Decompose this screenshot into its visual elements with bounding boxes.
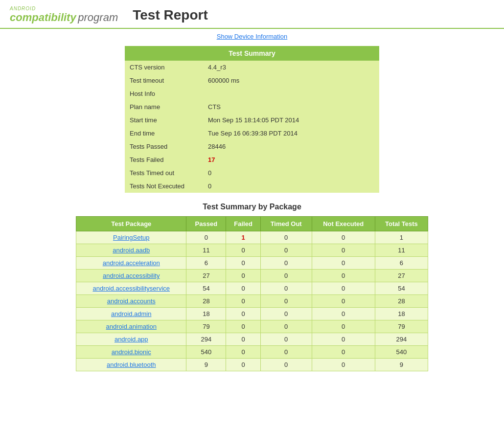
- pkg-not-executed: 0: [312, 231, 375, 244]
- summary-label: CTS version: [125, 61, 203, 74]
- pkg-name[interactable]: android.app: [76, 333, 186, 346]
- summary-row: Tests Timed out0: [125, 166, 379, 180]
- pkg-passed: 11: [186, 244, 226, 257]
- summary-heading: Test Summary: [125, 46, 379, 61]
- pkg-failed: 0: [226, 295, 261, 308]
- pkg-row: android.bionic540000540: [76, 346, 428, 359]
- summary-row: End timeTue Sep 16 06:39:38 PDT 2014: [125, 127, 379, 140]
- pkg-not-executed: 0: [312, 333, 375, 346]
- summary-row: Test timeout600000 ms: [125, 74, 379, 87]
- pkg-passed: 6: [186, 257, 226, 270]
- pkg-total: 79: [375, 320, 428, 333]
- android-label: android: [10, 6, 118, 11]
- pkg-failed: 0: [226, 320, 261, 333]
- pkg-col-header: Test Package: [76, 217, 186, 231]
- pkg-total: 6: [375, 257, 428, 270]
- pkg-total: 54: [375, 282, 428, 295]
- pkg-total: 9: [375, 359, 428, 371]
- summary-row: Plan nameCTS: [125, 100, 379, 113]
- summary-value: CTS: [203, 100, 379, 113]
- pkg-name[interactable]: android.acceleration: [76, 257, 186, 270]
- pkg-timed-out: 0: [260, 282, 312, 295]
- pkg-timed-out: 0: [260, 320, 312, 333]
- summary-value: [203, 87, 379, 100]
- logo-compat: compatibility: [10, 11, 76, 23]
- summary-row: Tests Not Executed0: [125, 180, 379, 193]
- summary-row: Host Info: [125, 87, 379, 100]
- pkg-passed: 28: [186, 295, 226, 308]
- logo-area: android compatibility program: [10, 6, 118, 24]
- pkg-name[interactable]: android.accessibility: [76, 270, 186, 282]
- pkg-row: PairingSetup01001: [76, 231, 428, 244]
- pkg-not-executed: 0: [312, 282, 375, 295]
- pkg-total: 28: [375, 295, 428, 308]
- pkg-row: android.acceleration60006: [76, 257, 428, 270]
- pkg-not-executed: 0: [312, 308, 375, 320]
- pkg-passed: 18: [186, 308, 226, 320]
- pkg-timed-out: 0: [260, 270, 312, 282]
- summary-label: Tests Passed: [125, 140, 203, 153]
- pkg-failed: 0: [226, 270, 261, 282]
- summary-label: Host Info: [125, 87, 203, 100]
- pkg-total: 540: [375, 346, 428, 359]
- pkg-failed: 0: [226, 359, 261, 371]
- pkg-col-header: Failed: [226, 217, 261, 231]
- pkg-name[interactable]: android.admin: [76, 308, 186, 320]
- pkg-total: 1: [375, 231, 428, 244]
- summary-value: 0: [203, 166, 379, 180]
- pkg-failed: 1: [226, 231, 261, 244]
- page-header: android compatibility program Test Repor…: [0, 0, 504, 29]
- pkg-name[interactable]: android.accounts: [76, 295, 186, 308]
- pkg-timed-out: 0: [260, 244, 312, 257]
- pkg-not-executed: 0: [312, 257, 375, 270]
- pkg-row: android.accessibility2700027: [76, 270, 428, 282]
- summary-table: Test SummaryCTS version4.4_r3Test timeou…: [125, 46, 379, 193]
- pkg-row: android.accessibilityservice5400054: [76, 282, 428, 295]
- pkg-passed: 294: [186, 333, 226, 346]
- pkg-row: android.bluetooth90009: [76, 359, 428, 371]
- pkg-total: 27: [375, 270, 428, 282]
- pkg-summary-table: Test PackagePassedFailedTimed OutNot Exe…: [76, 216, 428, 371]
- summary-container: Test SummaryCTS version4.4_r3Test timeou…: [125, 46, 379, 193]
- device-info-row: Show Device Information: [0, 29, 504, 46]
- pkg-timed-out: 0: [260, 308, 312, 320]
- pkg-name[interactable]: PairingSetup: [76, 231, 186, 244]
- summary-label: Tests Timed out: [125, 166, 203, 180]
- pkg-failed: 0: [226, 333, 261, 346]
- pkg-passed: 79: [186, 320, 226, 333]
- page-title: Test Report: [133, 7, 208, 23]
- pkg-name[interactable]: android.accessibilityservice: [76, 282, 186, 295]
- device-info-link[interactable]: Show Device Information: [217, 33, 288, 40]
- pkg-summary-container: Test PackagePassedFailedTimed OutNot Exe…: [76, 216, 428, 371]
- pkg-row: android.accounts2800028: [76, 295, 428, 308]
- summary-value: 4.4_r3: [203, 61, 379, 74]
- pkg-timed-out: 0: [260, 257, 312, 270]
- pkg-passed: 27: [186, 270, 226, 282]
- pkg-col-header: Total Tests: [375, 217, 428, 231]
- summary-label: Test timeout: [125, 74, 203, 87]
- pkg-summary-heading: Test Summary by Package: [0, 203, 504, 211]
- pkg-total: 294: [375, 333, 428, 346]
- pkg-total: 18: [375, 308, 428, 320]
- pkg-failed: 0: [226, 257, 261, 270]
- pkg-not-executed: 0: [312, 295, 375, 308]
- pkg-passed: 540: [186, 346, 226, 359]
- pkg-timed-out: 0: [260, 346, 312, 359]
- pkg-failed: 0: [226, 308, 261, 320]
- pkg-not-executed: 0: [312, 346, 375, 359]
- summary-row: CTS version4.4_r3: [125, 61, 379, 74]
- pkg-not-executed: 0: [312, 320, 375, 333]
- summary-row: Start timeMon Sep 15 18:14:05 PDT 2014: [125, 113, 379, 127]
- pkg-not-executed: 0: [312, 244, 375, 257]
- pkg-row: android.animation7900079: [76, 320, 428, 333]
- pkg-failed: 0: [226, 244, 261, 257]
- pkg-failed: 0: [226, 282, 261, 295]
- pkg-col-header: Timed Out: [260, 217, 312, 231]
- pkg-name[interactable]: android.bionic: [76, 346, 186, 359]
- pkg-name[interactable]: android.animation: [76, 320, 186, 333]
- pkg-name[interactable]: android.aadb: [76, 244, 186, 257]
- pkg-name[interactable]: android.bluetooth: [76, 359, 186, 371]
- pkg-timed-out: 0: [260, 231, 312, 244]
- pkg-col-header: Passed: [186, 217, 226, 231]
- pkg-passed: 9: [186, 359, 226, 371]
